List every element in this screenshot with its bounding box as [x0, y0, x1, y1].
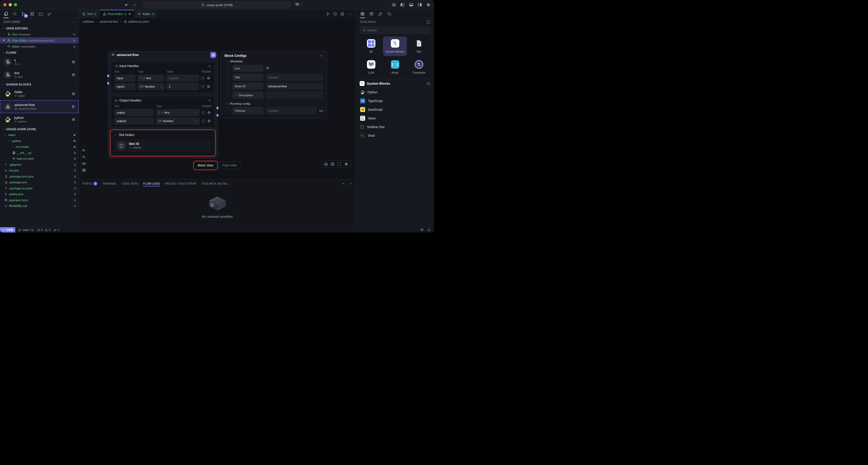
- breadcrumb-subflow-oo-yaml[interactable]: subflow.oo.yaml: [119, 20, 149, 23]
- notifications-bell-icon[interactable]: [427, 228, 431, 232]
- toggle-sidebar-left-icon[interactable]: [400, 3, 405, 7]
- handle-settings-gear-icon[interactable]: [207, 85, 210, 88]
- slot-node-card[interactable]: Slot #2 +slot#2: [114, 139, 211, 152]
- compare-icon[interactable]: [326, 12, 330, 16]
- tab-test[interactable]: Test U: [79, 10, 100, 18]
- block-settings-gear-icon[interactable]: [71, 105, 75, 109]
- tree-file-gitignore[interactable]: .gitignoreU: [0, 162, 79, 168]
- system-block-python[interactable]: Python: [356, 88, 434, 96]
- explorer-view-icon[interactable]: [3, 10, 9, 17]
- category-file[interactable]: File: [407, 36, 431, 56]
- category-transform[interactable]: Transform: [407, 58, 431, 77]
- settings-gear-icon[interactable]: [426, 3, 430, 7]
- description-value-field[interactable]: [266, 91, 323, 98]
- section-shared-blocks[interactable]: SHARED BLOCKS: [0, 81, 79, 87]
- system-block-subflow-slot[interactable]: Subflow Slot: [356, 122, 434, 131]
- value-field[interactable]: 1: [166, 83, 199, 90]
- nullable-checkbox[interactable]: [201, 77, 205, 80]
- running-config-group[interactable]: Running config: [225, 102, 323, 105]
- open-editor-test[interactable]: ✕ Test flows/test U: [0, 31, 79, 37]
- system-block-typescript[interactable]: TS TypeScript: [356, 96, 434, 105]
- category-array[interactable]: [ ] Array: [383, 58, 407, 77]
- output-port-handle[interactable]: [216, 114, 219, 117]
- tree-file-task-oo-yaml[interactable]: task.oo.yamlU: [0, 156, 79, 162]
- tree-file-package-json[interactable]: {} package.jsonU: [0, 179, 79, 185]
- assistant-cat-icon[interactable]: [420, 228, 424, 232]
- panel-tab-code-deps[interactable]: CODE DEPS: [121, 180, 138, 187]
- more-actions-icon[interactable]: ···: [347, 11, 352, 16]
- description-label[interactable]: Description: [232, 91, 264, 98]
- rocket-view-icon[interactable]: [377, 10, 384, 17]
- assistant-cat-icon[interactable]: [295, 2, 300, 6]
- map-icon[interactable]: [331, 162, 334, 166]
- timeout-label[interactable]: Timeout: [232, 107, 264, 114]
- key-field[interactable]: input1: [114, 83, 135, 90]
- nullable-checkbox[interactable]: [202, 119, 205, 123]
- type-select[interactable]: 123 Number: [156, 118, 199, 124]
- remote-indicator[interactable]: >< OVM: [0, 227, 15, 233]
- add-input-handle-button[interactable]: [208, 64, 211, 68]
- flow-item-test[interactable]: test test: [0, 68, 79, 81]
- system-block-shell[interactable]: >_ Shell: [356, 131, 434, 140]
- tree-file-poetry-lock[interactable]: poetry.lockU: [0, 191, 79, 197]
- flow-settings-gear-icon[interactable]: [71, 73, 75, 77]
- add-output-handle-button[interactable]: [208, 99, 211, 102]
- block-settings-gear-icon[interactable]: [71, 118, 75, 121]
- tree-file-readme-md[interactable]: README.mdU: [0, 203, 79, 209]
- shared-block-python[interactable]: python python: [0, 113, 79, 126]
- command-center-search[interactable]: usage-guide [OVM]: [144, 2, 291, 8]
- layout-columns-icon[interactable]: [340, 12, 344, 16]
- panel-tab-toolpack-install[interactable]: TOOLPACK INSTALL: [202, 180, 229, 187]
- breadcrumb-advanced-flow[interactable]: advanced-flow: [94, 20, 118, 23]
- flow-item-s[interactable]: s a: [0, 56, 79, 68]
- tab-adder[interactable]: Adder U: [134, 10, 157, 18]
- flow-graph-view-icon[interactable]: 38: [20, 10, 27, 17]
- minimap-toggle-icon[interactable]: [324, 162, 328, 166]
- category-llm[interactable]: LLM: [359, 58, 383, 77]
- handle-settings-gear-icon[interactable]: [207, 76, 210, 80]
- zoom-window-button[interactable]: [14, 3, 17, 6]
- fit-width-icon[interactable]: [82, 162, 86, 166]
- type-select[interactable]: {..} Any: [137, 75, 164, 82]
- forward-icon[interactable]: [132, 3, 136, 7]
- node-id-value-field[interactable]: advanced-flow: [266, 83, 323, 90]
- canvas-settings-gear-icon[interactable]: [344, 162, 348, 166]
- folder-view-icon[interactable]: [37, 10, 44, 17]
- toolpack-view-icon[interactable]: [359, 10, 366, 17]
- git-branch-indicator[interactable]: main*: [18, 228, 34, 232]
- close-icon[interactable]: [320, 54, 323, 57]
- section-open-editors[interactable]: OPEN EDITORS: [0, 25, 79, 31]
- ports-indicator[interactable]: 1: [53, 228, 59, 232]
- timeout-value-field[interactable]: <unset>: [266, 107, 317, 114]
- open-editor-adder[interactable]: ✕ Adder tasks/adder U: [0, 43, 79, 50]
- tree-file-init-py[interactable]: __init__.pyU: [0, 150, 79, 156]
- key-field[interactable]: output: [114, 109, 154, 116]
- panel-tab-terminal[interactable]: TERMINAL: [102, 180, 117, 187]
- node-advanced-flow[interactable]: advanced-flow Input Handles: [108, 51, 218, 158]
- explorer-more-actions-icon[interactable]: ···: [72, 20, 75, 23]
- open-editor-flow-editor[interactable]: ✕ Flow Editor subflows/advanced-fl... U: [0, 37, 79, 43]
- tree-file-package-oo-yaml[interactable]: ! package.oo.yamlU: [0, 185, 79, 192]
- chat-view-icon[interactable]: [386, 10, 393, 17]
- metadata-group[interactable]: Metadata: [225, 60, 323, 63]
- tree-folder-tasks[interactable]: tasks: [0, 132, 79, 138]
- toolpack-search-input[interactable]: [367, 29, 428, 32]
- key-field[interactable]: output1: [114, 118, 154, 124]
- shared-block-advanced-flow[interactable]: advanced-flow advanced-flow: [0, 100, 79, 113]
- flow-canvas[interactable]: advanced-flow Input Handles: [79, 25, 356, 179]
- type-select[interactable]: 123 Number: [137, 83, 164, 90]
- chevron-down-icon[interactable]: [114, 134, 117, 137]
- category-all[interactable]: All: [359, 36, 383, 56]
- block-view-button[interactable]: Block View: [194, 162, 217, 169]
- title-label[interactable]: Title: [232, 74, 264, 81]
- close-icon[interactable]: ✕: [3, 39, 6, 42]
- section-flows[interactable]: FLOWS: [0, 50, 79, 56]
- tree-file-oocana[interactable]: oocanaU: [0, 168, 79, 174]
- flow-view-button[interactable]: Flow View: [218, 162, 241, 169]
- tree-file-package-lock-json[interactable]: {} package-lock.jsonU: [0, 174, 79, 180]
- info-icon[interactable]: [426, 82, 430, 85]
- toggle-sidebar-right-icon[interactable]: [418, 3, 422, 7]
- output-port-handle[interactable]: [216, 107, 219, 109]
- tree-folder-oo-render[interactable]: oo-render: [0, 144, 79, 150]
- nullable-checkbox[interactable]: [202, 111, 205, 114]
